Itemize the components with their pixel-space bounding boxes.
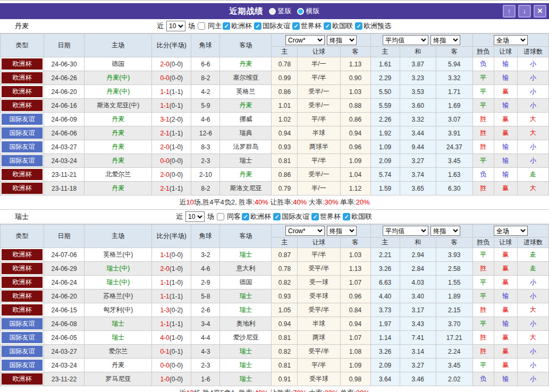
avg-draw: 3.32 [400, 113, 436, 126]
avg-stage-select[interactable]: 终指 [430, 226, 460, 236]
result-scope-select[interactable]: 全场 [494, 35, 528, 45]
move-down-button[interactable]: ↓ [518, 5, 531, 18]
team-name: 丹麦 [15, 21, 29, 31]
league-checkbox-0[interactable]: ✓ [223, 22, 230, 30]
score-cell: 1-1(1-1) [152, 85, 191, 99]
odds-home: 1.02 [272, 113, 298, 126]
corners: 12-6 [191, 126, 220, 140]
league-type-cell: 欧洲杯 [1, 99, 44, 113]
move-up-button[interactable]: ↑ [503, 5, 516, 18]
avg-home: 6.63 [370, 276, 400, 289]
corners: 4-6 [191, 262, 220, 276]
odds-source-select[interactable]: Crow* [285, 35, 325, 45]
avg-stage-select[interactable]: 终指 [430, 35, 460, 45]
result-handicap: 输 [494, 71, 517, 85]
match-count-select[interactable]: 10 [185, 211, 205, 222]
avg-home: 5.74 [370, 168, 400, 182]
league-label-1: 国际友谊 [263, 21, 290, 31]
result-scope-select[interactable]: 全场 [494, 226, 528, 236]
match-row: 欧洲杯24-06-26丹麦(中)0-0(0-0)8-2塞尔维亚0.99平/半0.… [1, 71, 549, 85]
avg-away: 1.89 [436, 289, 472, 303]
col-header-1: 日期 [44, 225, 85, 248]
home-team: 丹麦(中) [85, 85, 152, 99]
radio-vertical[interactable]: 竖版 [269, 6, 292, 16]
odds-source-select[interactable]: Crow* [285, 226, 325, 236]
halftime-score: (0-0) [170, 61, 183, 68]
result-handicap: 赢 [494, 262, 517, 276]
radio-horizontal-label: 横版 [306, 6, 320, 16]
score-cell: 1-1(0-1) [152, 99, 191, 113]
away-team: 塞尔维亚 [220, 71, 272, 85]
score-cell: 1-3(0-2) [152, 303, 191, 317]
odds-handicap: 受平/半 [298, 303, 340, 317]
result-outcome: 胜 [472, 113, 494, 126]
summary-segment: 40% [255, 389, 268, 392]
same-venue-checkbox[interactable] [198, 22, 205, 30]
odds-handicap: 受半/一 [298, 99, 340, 113]
match-row: 欧洲杯24-06-16斯洛文尼亚(中)1-1(0-1)5-9丹麦1.01受半/一… [1, 99, 549, 113]
avg-away: 2.02 [436, 372, 472, 386]
summary-segment: 20% [356, 389, 370, 392]
league-checkbox-0[interactable]: ✓ [242, 213, 249, 220]
same-venue-checkbox[interactable] [217, 213, 224, 220]
odds-home: 0.78 [272, 262, 298, 276]
corners: 8-3 [191, 140, 220, 154]
radio-vertical-label: 竖版 [278, 6, 292, 16]
sub-col-header: 主 [272, 47, 298, 57]
corners: 5-8 [191, 289, 220, 303]
match-count-select[interactable]: 10 [166, 21, 185, 31]
avg-draw: 3.40 [400, 289, 436, 303]
avg-source-select[interactable]: 平均值 [383, 35, 428, 45]
sections-container: 丹麦近10场同主✓欧洲杯✓国际友谊✓世界杯✓欧国联✓欧洲预选类型日期主场比分(半… [0, 19, 549, 392]
match-row: 欧洲杯23-11-21北爱尔兰2-0(0-0)2-10丹麦0.86受半/一1.0… [1, 168, 549, 182]
avg-away: 17.21 [436, 331, 472, 345]
score-cell: 4-0(1-0) [152, 331, 191, 345]
col-header-0: 类型 [1, 225, 44, 248]
sub-col-header: 主 [370, 47, 400, 57]
sub-col-header: 客 [436, 47, 472, 57]
league-badge: 国际友谊 [2, 332, 43, 343]
league-checkbox-2[interactable]: ✓ [311, 213, 319, 220]
odds-stage-select[interactable]: 终指 [327, 35, 357, 45]
odds-home: 1.05 [272, 303, 298, 317]
league-checkbox-1[interactable]: ✓ [254, 22, 261, 30]
result-outcome: 胜 [472, 126, 494, 140]
result-outcome: 胜 [472, 182, 494, 195]
radio-horizontal[interactable]: 横版 [297, 6, 320, 16]
avg-draw: 3.44 [400, 126, 436, 140]
match-date: 24-06-08 [44, 317, 85, 331]
league-badge: 欧洲杯 [2, 304, 43, 316]
league-checkbox-3[interactable]: ✓ [343, 213, 350, 220]
league-checkbox-2[interactable]: ✓ [292, 22, 300, 30]
titlebar: 近期战绩 竖版 横版 ↑ ↓ ✕ [0, 3, 549, 19]
summary-segment: 10 [186, 198, 193, 206]
corners: 4-3 [191, 345, 220, 359]
same-venue-label: 同主 [208, 21, 222, 31]
odds-away: 1.04 [340, 168, 370, 182]
league-checkbox-3[interactable]: ✓ [324, 22, 331, 30]
result-goals: 小 [517, 99, 548, 113]
home-team: 斯洛文尼亚(中) [85, 99, 152, 113]
league-type-cell: 欧洲杯 [1, 71, 44, 85]
result-outcome: 胜 [472, 303, 494, 317]
match-date: 24-07-06 [44, 248, 85, 262]
close-button[interactable]: ✕ [534, 5, 546, 18]
sub-col-header: 主 [272, 237, 298, 248]
result-handicap: 赢 [494, 359, 517, 372]
home-team: 英格兰(中) [85, 248, 152, 262]
avg-source-select[interactable]: 平均值 [383, 226, 428, 236]
match-date: 24-06-15 [44, 303, 85, 317]
avg-home: 1.61 [370, 57, 400, 71]
result-goals: 走 [517, 248, 548, 262]
league-label-0: 欧洲杯 [250, 212, 271, 221]
odds-stage-select[interactable]: 终指 [327, 226, 357, 236]
fulltime-score: 1-1 [160, 102, 169, 109]
league-checkbox-1[interactable]: ✓ [273, 213, 281, 220]
league-label-3: 欧国联 [351, 212, 372, 221]
avg-away: 2.24 [436, 345, 472, 359]
fulltime-score: 2-1 [160, 130, 169, 137]
sub-col-header: 主 [370, 237, 400, 248]
league-checkbox-4[interactable]: ✓ [355, 22, 362, 30]
odds-home: 0.86 [272, 168, 298, 182]
avg-home: 2.09 [370, 154, 400, 168]
